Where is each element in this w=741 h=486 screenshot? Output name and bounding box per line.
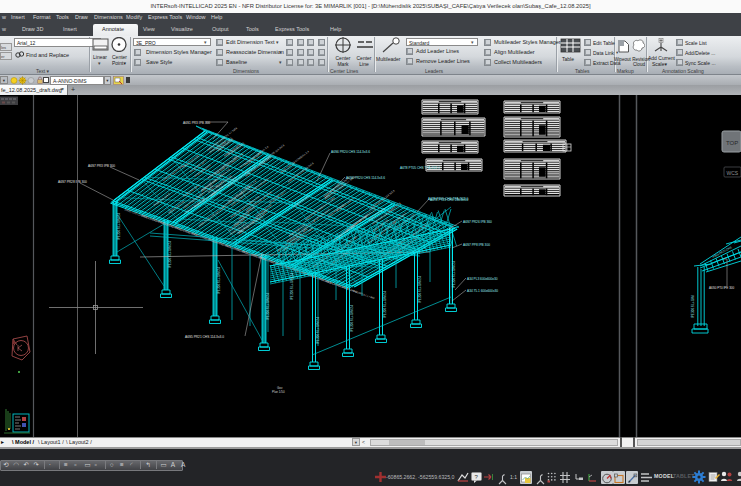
svg-text:A34 75.1 600x600x30: A34 75.1 600x600x30 <box>467 289 498 293</box>
svg-text:IPE 200 S L+ DIM 2.4: IPE 200 S L+ DIM 2.4 <box>418 275 422 303</box>
svg-text:A6S7 PR28 IPB 300: A6S7 PR28 IPB 300 <box>58 180 87 184</box>
svg-text:IPE 200 S L+ DIM 2.4: IPE 200 S L+ DIM 2.4 <box>217 266 221 294</box>
svg-text:A6S7 PR26 IPB 360: A6S7 PR26 IPB 360 <box>463 220 492 224</box>
svg-text:Plan 1/50: Plan 1/50 <box>272 390 285 394</box>
svg-text:IPE 200 S L+ DIM 2.4: IPE 200 S L+ DIM 2.4 <box>290 272 294 300</box>
svg-text:IPE 200 S L+ DIM 2.4: IPE 200 S L+ DIM 2.4 <box>316 316 320 344</box>
svg-text:IPE 200 S L+ DIM 2.4: IPE 200 S L+ DIM 2.4 <box>266 292 270 320</box>
svg-text:A6S5 PR21 CHS 114.3x3.0: A6S5 PR21 CHS 114.3x3.0 <box>185 335 224 339</box>
svg-text:IPE 300 S L+ DIM: IPE 300 S L+ DIM <box>691 295 695 318</box>
svg-text:A6S6 PR20 CHS 114.3x3.6: A6S6 PR20 CHS 114.3x3.6 <box>346 176 385 180</box>
svg-text:TOP: TOP <box>726 140 738 146</box>
svg-text:A34 PL3 600x600x30: A34 PL3 600x600x30 <box>467 277 498 281</box>
svg-text:A6S1 PR3 IPB 300: A6S1 PR3 IPB 300 <box>183 121 210 125</box>
svg-text:IPE 200 S L+ DIM 2.4: IPE 200 S L+ DIM 2.4 <box>117 212 121 240</box>
svg-text:IPE 200 S L+ DIM 2.4: IPE 200 S L+ DIM 2.4 <box>383 290 387 318</box>
svg-text:A6T8 PT05 CHS TPA.26/2.0: A6T8 PT05 CHS TPA.26/2.0 <box>428 197 469 201</box>
svg-text:A6S7 PR3 IPB 300: A6S7 PR3 IPB 300 <box>88 164 115 168</box>
svg-text:A6S6 PR20 CHS 114.3x3.6: A6S6 PR20 CHS 114.3x3.6 <box>331 150 370 154</box>
svg-text:A6S0 PT0 IPE 300: A6S0 PT0 IPE 300 <box>709 286 735 290</box>
svg-text:IPE 200 S L+ DIM 2.4: IPE 200 S L+ DIM 2.4 <box>168 240 172 268</box>
svg-text:IPE 200 S L+ DIM 2.4: IPE 200 S L+ DIM 2.4 <box>350 304 354 332</box>
svg-text:WCS: WCS <box>727 170 739 176</box>
svg-text:A6S7 PP8 IPB 300: A6S7 PP8 IPB 300 <box>463 243 490 247</box>
svg-text:IPE 200 S L+ DIM 2.4: IPE 200 S L+ DIM 2.4 <box>452 260 456 288</box>
svg-text:A6T8 PT05 CHS TPA.26/2.0: A6T8 PT05 CHS TPA.26/2.0 <box>400 166 441 170</box>
